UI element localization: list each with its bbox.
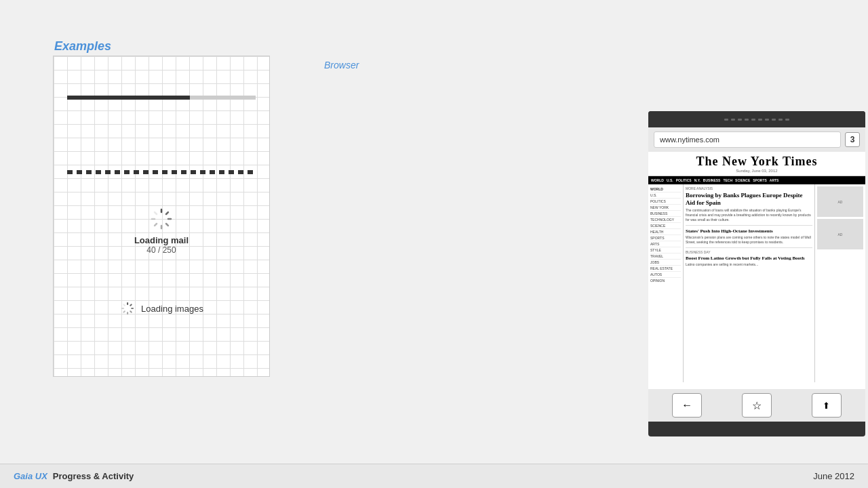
- svg-line-7: [155, 212, 157, 214]
- svg-line-5: [155, 224, 157, 226]
- nyt-ad-2: AD: [817, 219, 863, 249]
- nyt-sidebar-2: WORLD U.S. POLITICS NEW YORK BUSINESS TE…: [648, 184, 684, 382]
- loading-images-area: Loading images: [119, 300, 203, 317]
- nav-world: WORLD: [651, 178, 664, 182]
- browser-label: Browser: [324, 60, 359, 70]
- nav-business: BUSINESS: [703, 178, 721, 182]
- sidebar-us: U.S.: [650, 192, 681, 199]
- solid-progress-fill: [67, 96, 190, 100]
- nyt-main-2: MORE ANALYSIS Borrowing by Banks Plagues…: [684, 184, 814, 382]
- loading-mail-label: Loading mail: [100, 235, 222, 245]
- sidebar-autos: AUTOS: [650, 272, 681, 278]
- nav-science: SCIENCE: [735, 178, 750, 182]
- browser-dot: [765, 119, 769, 121]
- footer-brand: Gaia UX: [14, 471, 47, 481]
- browser-dot: [745, 119, 749, 121]
- nyt-body-2: WORLD U.S. POLITICS NEW YORK BUSINESS TE…: [648, 184, 865, 382]
- nav-politics: POLITICS: [676, 178, 692, 182]
- nyt-article-3-title: Boost From Latino Growth but Fully Falls…: [686, 256, 812, 261]
- grid-background: Loading mail 40 / 250: [54, 56, 269, 376]
- loading-images-label: Loading images: [141, 304, 203, 314]
- footer-date: June 2012: [813, 471, 854, 481]
- dashed-progress-container: [67, 170, 256, 174]
- browser-dot: [758, 119, 762, 121]
- loading-mail-area: Loading mail 40 / 250: [100, 205, 222, 255]
- nyt-article-body-2: The continuation of loans will stabilize…: [686, 208, 812, 226]
- browser-dot: [772, 119, 776, 121]
- sidebar-politics: POLITICS: [650, 199, 681, 205]
- nyt-right-2: AD AD: [814, 184, 865, 382]
- svg-line-15: [123, 304, 124, 305]
- sidebar-arts: ARTS: [650, 241, 681, 247]
- browser-dot: [738, 119, 742, 121]
- solid-progress-bar: [67, 96, 256, 100]
- nyt-header-2: The New York Times Sunday, June 03, 2012: [648, 152, 865, 176]
- browser-chrome-2: www.nytimes.com 3: [648, 127, 865, 152]
- browser-example-2-wrapper: www.nytimes.com 3 The New York Times Sun…: [324, 56, 359, 70]
- nyt-article-2-body: Wisconsin's pension plans are coming som…: [686, 235, 812, 245]
- svg-line-3: [166, 224, 168, 226]
- loading-mail-count: 40 / 250: [100, 245, 222, 255]
- footer-bar: Gaia UX Progress & Activity June 2012: [0, 464, 868, 488]
- sidebar-technology: TECHNOLOGY: [650, 217, 681, 223]
- example-box-1: Loading mail 40 / 250: [53, 56, 270, 377]
- nyt-ad-text: AD: [838, 232, 843, 237]
- browser-dot: [731, 119, 735, 121]
- nyt-logo-2: The New York Times: [651, 155, 863, 169]
- nyt-business-label: BUSINESS DAY: [686, 247, 812, 254]
- nyt-ad-1: AD: [817, 186, 863, 217]
- browser-dot: [724, 119, 728, 121]
- sidebar-science: SCIENCE: [650, 223, 681, 229]
- footer-section: Progress & Activity: [53, 471, 134, 481]
- sidebar-travel: TRAVEL: [650, 253, 681, 260]
- solid-progress-track: [190, 96, 256, 100]
- browser-top-bar-2: [648, 111, 865, 127]
- dashed-progress-bar: [67, 170, 256, 174]
- tab-count-2: 3: [845, 132, 860, 147]
- nyt-nav-2: WORLD U.S. POLITICS N.Y. BUSINESS TECH S…: [648, 176, 865, 184]
- sidebar-health: HEALTH: [650, 229, 681, 235]
- nyt-ad-text: AD: [838, 200, 843, 204]
- loading-mail-spinner: [148, 205, 175, 232]
- nyt-section-label: MORE ANALYSIS: [686, 186, 812, 190]
- sidebar-opinion: OPINION: [650, 278, 681, 283]
- nav-sports: SPORTS: [753, 178, 767, 182]
- nav-tech: TECH: [723, 178, 732, 182]
- sidebar-business: BUSINESS: [650, 211, 681, 217]
- sidebar-style: STYLE: [650, 247, 681, 253]
- svg-line-9: [130, 304, 131, 305]
- sidebar-jobs: JOBS: [650, 260, 681, 266]
- url-bar-2[interactable]: www.nytimes.com: [654, 131, 841, 148]
- browser-dot: [751, 119, 755, 121]
- bookmark-button-2[interactable]: ☆: [742, 393, 772, 418]
- browser-dot: [785, 119, 789, 121]
- nyt-article-2-title: States' Push Into High-Octane Investment…: [686, 228, 812, 234]
- browser-dot: [778, 119, 783, 121]
- browser-bottom-bar-2: ← ☆ ⬆: [648, 389, 865, 422]
- nav-ny: N.Y.: [694, 178, 701, 182]
- sidebar-realestate: REAL ESTATE: [650, 266, 681, 272]
- sidebar-newyork: NEW YORK: [650, 205, 681, 211]
- page-container: Examples: [0, 0, 868, 488]
- nav-us: U.S.: [667, 178, 673, 182]
- browser-example-2: www.nytimes.com 3 The New York Times Sun…: [648, 111, 865, 436]
- sidebar-sports: SPORTS: [650, 235, 681, 241]
- footer-left: Gaia UX Progress & Activity: [14, 471, 134, 481]
- loading-images-spinner: [119, 300, 136, 317]
- browser-content-2: The New York Times Sunday, June 03, 2012…: [648, 152, 865, 389]
- svg-line-13: [123, 311, 124, 312]
- nav-arts: ARTS: [770, 178, 779, 182]
- share-button-2[interactable]: ⬆: [812, 393, 842, 418]
- examples-title: Examples: [54, 39, 111, 54]
- svg-line-11: [130, 311, 131, 312]
- nyt-article-title-2: Borrowing by Banks Plagues Europe Despit…: [686, 192, 812, 207]
- sidebar-world: WORLD: [650, 186, 681, 192]
- nyt-article-3-body: Latino companies are selling in recent m…: [686, 262, 812, 266]
- svg-line-1: [166, 212, 168, 214]
- nyt-date-2: Sunday, June 03, 2012: [651, 169, 863, 173]
- solid-progress-container: [67, 96, 256, 100]
- back-button-2[interactable]: ←: [672, 393, 702, 418]
